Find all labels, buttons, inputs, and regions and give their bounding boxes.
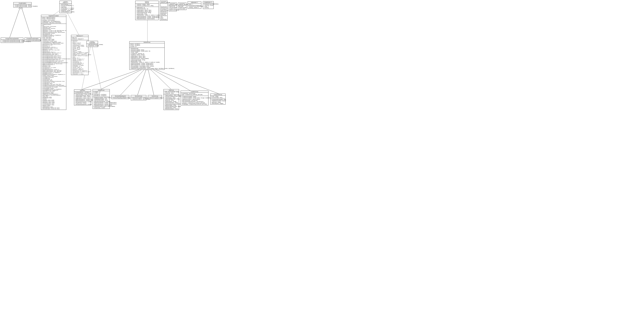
class-title: GroupException	[14, 2, 31, 4]
svg-line-0	[10, 8, 20, 38]
ops-section: + AbstractGroup()+ AbstractGroup(label :…	[130, 48, 164, 70]
ops-section: + setExpanded(expand : boolean)+ isExpan…	[87, 44, 98, 47]
attrs-section: # contractedBonds : List<IBond>	[74, 92, 91, 93]
class-structure-repeating-unit: StructureRepeatingUnit + StructureRepeat…	[112, 95, 129, 99]
ops-section: + GenericGroup(label : String, number : …	[148, 97, 162, 99]
ops-section: + SuperAtom(label : String, number : int…	[74, 93, 91, 105]
class-title: GroupNotFoundException	[25, 38, 40, 40]
class-abstract-group: AbstractGroup # atoms : List<IAtom># bon…	[129, 41, 164, 70]
class-title: SuperAtom	[74, 90, 91, 92]
svg-line-9	[148, 68, 154, 95]
svg-line-12	[152, 68, 218, 94]
class-title: «interface»IFiltered<T>	[60, 1, 72, 4]
class-self-iterable: SelfIterable<T> # atom : T + AbstractGro…	[188, 2, 201, 8]
vals-section: MIXTUREFORMULATIONCOPOLYMER	[178, 6, 186, 10]
class-title: StructureRepeatingUnit	[112, 95, 129, 97]
class-super-atom: SuperAtom # contractedBonds : List<IBond…	[74, 90, 91, 106]
attrs-section: + SGROUP_VISIBLE : String+ SGROUP_CONNEC…	[136, 4, 158, 7]
class-data-group: DataGroup + MRV_MULTICENTER : String# mu…	[164, 89, 179, 110]
attrs-section: # atom : T	[188, 4, 201, 5]
class-title: «enumeration»SGROUP_DISPLAY	[160, 1, 168, 4]
ops-section: + DataGroup(label : String, number : int…	[164, 94, 179, 110]
class-group-exception: GroupException + GroupException(message …	[14, 2, 32, 8]
class-title: MonomerGroup	[131, 95, 146, 97]
class-generic-group: GenericGroup + GenericGroup(label : Stri…	[148, 95, 162, 99]
svg-line-5	[82, 68, 143, 90]
class-title: SuppleAtomContainer	[41, 15, 66, 17]
class-title: «interface»ISGroup	[136, 1, 158, 4]
vals-section: icRESERVED0DATADISPLAYPLACEMENTDISPLAYUN…	[160, 4, 168, 20]
class-container-group: ContainerGroup # components : List<ISGro…	[180, 91, 208, 106]
attrs-section: # atoms : List<IAtom># bonds : List<IBon…	[130, 43, 164, 48]
class-supple-atom-container: SuppleAtomContainer # atoms : FilteredLi…	[41, 15, 66, 110]
class-title: ComponentGroup	[210, 94, 225, 96]
vals-section: FIELDTYPEFIELDFORMATQUERYTYPEQUERYOPERAT…	[169, 6, 176, 11]
ops-section: + GroupException(message : String)+ Grou…	[14, 4, 31, 7]
ops-section: + AbstractGroup.SelfIterable(atom : T)+ …	[188, 5, 201, 8]
class-title: AbstractGroup	[130, 42, 164, 43]
class-group-not-found-exception: GroupNotFoundException + GroupNotFoundEx…	[24, 38, 40, 42]
class-title: «enumeration»SGROUP_FIELD	[169, 3, 176, 6]
class-title: «enumeration»SGROUP_MIXTURE	[178, 3, 186, 6]
enum-sgroup-display: «enumeration»SGROUP_DISPLAY icRESERVED0D…	[160, 1, 168, 20]
ops-section: # AbstractGroup.EmptyIterator()+ hasNext…	[203, 3, 214, 9]
attrs-section: # size : int# activeList : ArrayList<T>	[71, 37, 88, 40]
class-title: «interface»IExpandable	[87, 41, 98, 44]
class-multiple-group: MultipleGroup # multiplier : int# number…	[92, 89, 110, 109]
interface-iexpandable: «interface»IExpandable + setExpanded(exp…	[86, 41, 98, 47]
ops-section: + GroupNotFoundException(number : String…	[25, 40, 40, 41]
class-title: MultipleGroup	[93, 89, 110, 91]
class-title: SelfIterable<T>	[188, 2, 201, 4]
class-filtered-list: FilteredList<T> # size : int# activeList…	[71, 35, 88, 75]
ops-section: + getNumber() : int+ setNumber(number : …	[136, 7, 158, 20]
interface-isgroup: «interface»ISGroup + SGROUP_VISIBLE : St…	[135, 1, 158, 20]
svg-line-6	[101, 68, 144, 89]
enum-sgroup-field: «enumeration»SGROUP_FIELD FIELDTYPEFIELD…	[169, 3, 177, 11]
ops-section: + MultipleGroup(label : String, number :…	[93, 97, 110, 109]
interface-ifiltered: «interface»IFiltered<T> + addToFilter(it…	[60, 1, 72, 13]
ops-section: + StructureRepeatingUnit(label : String,…	[112, 97, 129, 99]
attrs-section: # multiplier : int# number : int# parent…	[93, 91, 110, 97]
svg-line-8	[138, 68, 146, 95]
class-title: DataGroup	[164, 89, 179, 91]
attrs-section: # atoms : FilteredList<IAtom># bonds : F…	[41, 17, 66, 24]
class-title: GenericGroup	[148, 95, 162, 97]
svg-line-1	[22, 8, 31, 38]
enum-sgroup-mixture: «enumeration»SGROUP_MIXTURE MIXTUREFORMU…	[178, 3, 186, 10]
ops-section: + UnsupportedGroupOperation(message : St…	[1, 40, 23, 43]
class-title: UnsupportedGroupOperation	[1, 38, 23, 40]
ops-section: + ComponentGroup(label : String, number …	[210, 99, 225, 104]
attrs-section: + MRV_MULTICENTER : String# multicenter …	[164, 91, 179, 94]
ops-section: + MonomerGroup(label : String, number : …	[131, 97, 146, 100]
ops-section: + ContainerGroup(label : String)+ Contai…	[181, 96, 208, 105]
class-component-group: ComponentGroup # order : Integer# monosu…	[210, 94, 226, 104]
class-unsupported-group-operation: UnsupportedGroupOperation + UnsupportedG…	[1, 38, 23, 43]
attrs-section: # components : List<ISGroup># type : Con…	[181, 92, 208, 96]
ops-section: + addToFilter(item : T)+ removeFromFilte…	[60, 4, 72, 13]
svg-line-14	[92, 45, 101, 89]
svg-line-10	[150, 68, 171, 89]
attrs-section: # order : Integer# monosubscript : Strin…	[210, 96, 225, 99]
class-title: ContainerGroup	[181, 91, 208, 92]
class-monomer-group: MonomerGroup + MonomerGroup(label : Stri…	[131, 95, 146, 100]
class-empty-iterator: EmptyIterator<T> # AbstractGroup.EmptyIt…	[203, 1, 214, 9]
ops-section: + SuppleAtomContainer()# init()+ add(ato…	[41, 24, 66, 110]
svg-line-11	[151, 68, 190, 91]
class-title: FilteredList<T>	[71, 35, 88, 37]
ops-section: + FilteredList()+ size() : int+ iterator…	[71, 40, 88, 75]
class-title: EmptyIterator<T>	[203, 1, 214, 3]
svg-line-7	[120, 68, 146, 95]
